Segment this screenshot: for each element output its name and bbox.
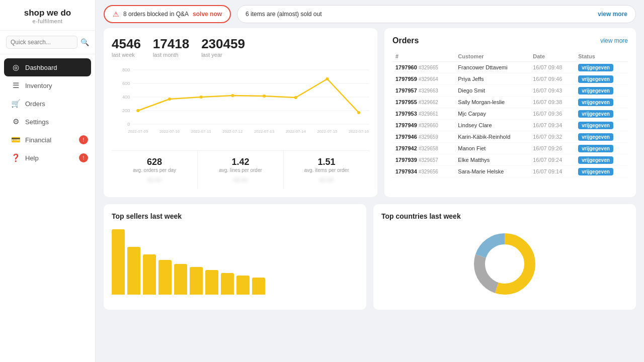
logo-subtitle: e-fulfilment [8,18,87,24]
bottom-stat-2: 1.51 avg. items per order €0.00 [284,151,369,189]
chart-svg: 800 600 400 200 0 [112,65,369,145]
order-status-cell: vrijgegeven [575,62,628,73]
svg-point-16 [326,77,329,80]
bottom-stat-label-1: avg. lines per order [204,167,277,173]
order-customer-cell: Priya Jeffs [455,73,530,85]
sidebar-item-help[interactable]: ❓ Help ! [0,149,95,167]
bottom-stats: 628 avg. orders per day €0.00 1.42 avg. … [112,150,369,189]
sidebar-label-dashboard: Dashboard [25,64,57,71]
order-status-cell: vrijgegeven [575,143,628,154]
table-row[interactable]: 1797953 #329661 Mjc Carpay 16/07 09:36 v… [392,108,628,120]
table-row[interactable]: 1797955 #329662 Sally Morgan-leslie 16/0… [392,97,628,108]
alerts-bar: ⚠ 8 orders blocked in Q&A solve now 6 it… [96,0,644,28]
help-icon: ❓ [11,153,20,162]
table-row[interactable]: 1797946 #329659 Karin-Käbik-Reinhold 16/… [392,131,628,143]
bar-item [158,260,172,295]
inventory-icon: ☰ [11,81,20,90]
orders-view-more[interactable]: view more [600,37,628,44]
bottom-stat-0: 628 avg. orders per day €0.00 [112,151,198,189]
bar-item [127,247,140,295]
svg-point-17 [357,111,360,114]
table-row[interactable]: 1797959 #329664 Priya Jeffs 16/07 09:46 … [392,73,628,85]
bottom-stat-label-0: avg. orders per day [118,167,191,173]
countries-panel: Top countries last week [373,204,636,310]
order-status-cell: vrijgegeven [575,85,628,97]
sidebar-label-financial: Financial [25,136,51,144]
sidebar: shop we do e-fulfilment 🔍 ◎ Dashboard ☰ … [0,0,96,362]
svg-text:2022-07-16: 2022-07-16 [349,129,369,134]
svg-text:2022-07-10: 2022-07-10 [159,129,180,134]
bottom-section: Top sellers last week Top countries last… [104,204,636,310]
bottom-stat-value-0: 628 [118,157,191,167]
solve-now-link[interactable]: solve now [193,11,222,18]
financial-icon: 💳 [11,135,20,144]
order-customer-cell: Manon Fiet [455,143,530,154]
settings-icon: ⚙ [11,117,20,126]
order-date-cell: 16/07 09:32 [530,131,575,143]
stat-last-month: 17418 last month [153,36,189,58]
svg-text:2022-07-09: 2022-07-09 [128,129,148,134]
order-date-cell: 16/07 09:26 [530,143,575,154]
col-customer: Customer [455,51,530,62]
stat-year-label: last year [201,52,245,58]
svg-text:2022-07-13: 2022-07-13 [254,129,274,134]
svg-text:2022-07-14: 2022-07-14 [286,129,306,134]
alert-warning-text: 8 orders blocked in Q&A [123,11,189,18]
order-date-cell: 16/07 09:36 [530,108,575,120]
search-input[interactable] [6,36,77,49]
bottom-stat-value-2: 1.51 [290,157,363,167]
order-customer-cell: Francower Dttavemi [455,62,530,73]
donut-chart [381,226,628,302]
nav-items: ◎ Dashboard ☰ Inventory 🛒 Orders ⚙ Setti… [0,54,95,362]
table-row[interactable]: 1797949 #329660 Lindsey Clare 16/07 09:3… [392,120,628,131]
order-customer-cell: Lindsey Clare [455,120,530,131]
svg-text:2022-07-12: 2022-07-12 [222,129,243,134]
order-date-cell: 16/07 09:34 [530,120,575,131]
stat-week-label: last week [112,52,141,58]
order-date-cell: 16/07 09:43 [530,85,575,97]
sidebar-item-orders[interactable]: 🛒 Orders [0,95,95,113]
bottom-stat-label-2: avg. items per order [290,167,363,173]
table-row[interactable]: 1797934 #329656 Sara-Marie Helske 16/07 … [392,166,628,177]
top-section: 4546 last week 17418 last month 230459 l… [104,28,636,197]
sidebar-item-inventory[interactable]: ☰ Inventory [0,76,95,95]
table-row[interactable]: 1797960 #329665 Francower Dttavemi 16/07… [392,62,628,73]
table-row[interactable]: 1797957 #329663 Diego Smit 16/07 09:43 v… [392,85,628,97]
order-id-cell: 1797942 #329658 [392,143,455,154]
logo-text: shop we do [8,8,87,18]
orders-header: Orders view more [392,36,628,45]
bottom-stat-blur-1: €0.00 [204,177,277,183]
order-id-cell: 1797934 #329656 [392,166,455,177]
donut-svg [467,226,542,302]
sidebar-label-inventory: Inventory [25,82,52,89]
col-date: Date [530,51,575,62]
bottom-stat-blur-2: €0.00 [290,177,363,183]
order-status-cell: vrijgegeven [575,154,628,166]
table-row[interactable]: 1797942 #329658 Manon Fiet 16/07 09:26 v… [392,143,628,154]
order-status-cell: vrijgegeven [575,166,628,177]
stat-month-label: last month [153,52,189,58]
svg-point-11 [168,98,171,101]
line-chart: 800 600 400 200 0 [112,65,369,145]
logo-area: shop we do e-fulfilment [0,0,95,31]
sidebar-label-settings: Settings [25,118,49,126]
sidebar-item-dashboard[interactable]: ◎ Dashboard [4,58,91,76]
stat-month-value: 17418 [153,36,189,52]
table-row[interactable]: 1797939 #329657 Elke Matthys 16/07 09:24… [392,154,628,166]
view-more-link-alert[interactable]: view more [598,11,627,18]
sidebar-item-settings[interactable]: ⚙ Settings [0,113,95,131]
stat-week-value: 4546 [112,36,141,52]
search-button[interactable]: 🔍 [80,38,89,46]
orders-title: Orders [392,36,419,45]
order-date-cell: 16/07 09:48 [530,62,575,73]
order-status-cell: vrijgegeven [575,120,628,131]
orders-icon: 🛒 [11,99,20,108]
warning-icon: ⚠ [113,10,119,18]
svg-text:0: 0 [127,122,130,127]
svg-point-12 [199,96,202,99]
sidebar-item-financial[interactable]: 💳 Financial ! [0,131,95,149]
alert-info: 6 items are (almost) sold out view more [237,5,636,23]
bottom-stat-blur-0: €0.00 [118,177,191,183]
svg-text:800: 800 [122,67,130,72]
col-id: # [392,51,455,62]
